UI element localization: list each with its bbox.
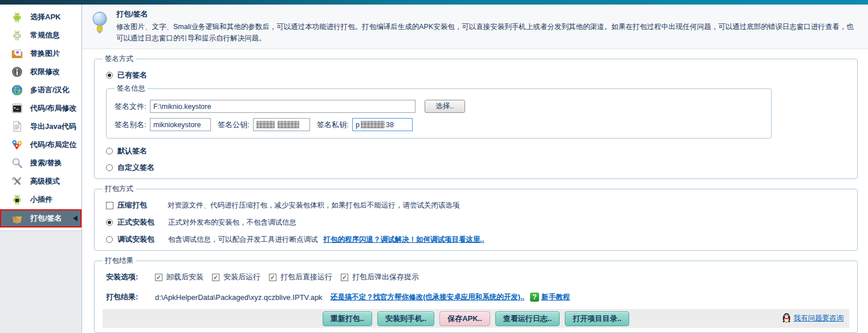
info-circle-icon — [10, 65, 24, 79]
radio-icon[interactable] — [106, 236, 113, 243]
checkbox-icon[interactable] — [341, 274, 348, 281]
public-key-label: 签名公钥: — [218, 120, 253, 130]
sidebar-item-advanced-mode[interactable]: 高级模式 — [0, 172, 81, 190]
map-pins-icon — [10, 138, 24, 152]
sidebar-item-replace-images[interactable]: 替换图片 — [0, 44, 81, 63]
package-box-icon — [10, 212, 24, 225]
sidebar-item-general-info[interactable]: 常规信息 — [0, 26, 81, 44]
radio-label: 默认签名 — [117, 146, 147, 156]
compress-label: 压缩打包 — [117, 200, 168, 210]
radio-existing-signature[interactable]: 已有签名 — [106, 70, 849, 80]
choose-file-button[interactable]: 选择.. — [425, 100, 465, 113]
choose-file-label: 选择.. — [436, 101, 454, 111]
option-uninstall-first[interactable]: 卸载后安装 — [155, 272, 203, 282]
sidebar-item-label: 导出Java代码 — [30, 121, 76, 132]
radio-custom-signature[interactable]: 自定义签名 — [106, 163, 849, 173]
sidebar-item-languages[interactable]: 多语言/汉化 — [0, 81, 81, 99]
radio-default-signature[interactable]: 默认签名 — [106, 146, 849, 156]
sidebar-item-code-layout-edit[interactable]: 代码/布局修改 — [0, 99, 81, 117]
android-info-icon — [10, 29, 24, 42]
action-button-bar: 重新打包.. 安装到手机.. 保存APK.. 查看运行日志.. 打开项目目录.. — [103, 309, 849, 328]
compress-desc: 对资源文件、代码进行压缩打包，减少安装包体积，如果打包后不能运行，请尝试关闭该选… — [168, 201, 460, 210]
main-panel: 打包/签名 修改图片、文字、Smali业务逻辑和其他的参数后，可以通过本功能进行… — [82, 5, 868, 333]
repackage-button[interactable]: 重新打包.. — [323, 311, 372, 326]
public-key-input[interactable] — [253, 118, 310, 131]
censored-value — [278, 121, 299, 128]
sidebar-item-label: 小插件 — [30, 194, 52, 205]
sidebar-item-search-replace[interactable]: 搜索/替换 — [0, 154, 81, 172]
checkbox-icon[interactable] — [106, 202, 113, 209]
radio-label: 自定义签名 — [117, 163, 154, 173]
sign-file-label: 签名文件: — [115, 101, 150, 112]
image-folder-icon — [10, 47, 24, 60]
sign-file-input[interactable]: F:\miknio.keystore — [150, 100, 415, 113]
release-option-row[interactable]: 正式安装包 正式对外发布的安装包，不包含调试信息 — [106, 217, 849, 228]
censored-value — [361, 121, 385, 128]
sidebar-item-export-java[interactable]: 导出Java代码 — [0, 117, 81, 136]
beginner-tutorial-link[interactable]: 新手教程 — [541, 293, 570, 302]
page-title: 打包/签名 — [116, 9, 859, 19]
private-key-label: 签名私钥: — [317, 120, 352, 130]
option-run-after-package[interactable]: 打包后直接运行 — [269, 272, 332, 282]
official-help-link[interactable]: 还是搞不定？找官方帮你修改(也承接安卓应用和系统的开发).. — [331, 293, 524, 302]
install-to-phone-button[interactable]: 安装到手机.. — [377, 311, 434, 326]
private-key-input[interactable]: p 38 — [352, 118, 413, 131]
android-plugin-icon — [10, 193, 24, 206]
radio-label: 已有签名 — [117, 70, 147, 80]
option-label: 打包后弹出保存提示 — [352, 272, 419, 282]
radio-icon[interactable] — [106, 164, 113, 171]
save-apk-button[interactable]: 保存APK.. — [439, 311, 490, 326]
open-project-dir-button[interactable]: 打开项目目录.. — [565, 311, 629, 326]
magnifier-icon — [10, 156, 24, 170]
view-run-log-button[interactable]: 查看运行日志.. — [495, 311, 560, 326]
button-label: 安装到手机.. — [385, 314, 426, 324]
sidebar-item-package-sign[interactable]: 打包/签名 — [0, 209, 81, 228]
sidebar-item-permissions[interactable]: 权限修改 — [0, 63, 81, 81]
radio-icon[interactable] — [106, 148, 113, 155]
ask-question-link[interactable]: 我有问题要咨询 — [794, 314, 844, 323]
radio-icon[interactable] — [106, 219, 113, 226]
terminal-icon — [10, 101, 24, 115]
sign-alias-input[interactable]: mikniokeystore — [150, 118, 211, 131]
checkbox-icon[interactable] — [212, 274, 219, 281]
tools-icon — [10, 174, 24, 188]
sidebar-item-plugins[interactable]: 小插件 — [0, 190, 81, 209]
release-label: 正式安装包 — [117, 217, 168, 228]
sidebar-item-label: 高级模式 — [30, 176, 60, 186]
censored-value — [256, 121, 275, 128]
sidebar-item-select-apk[interactable]: 选择APK — [0, 8, 81, 26]
button-label: 重新打包.. — [331, 314, 364, 324]
sign-method-legend: 签名方式 — [103, 54, 136, 64]
package-result-legend: 打包结果 — [103, 256, 136, 266]
debug-help-link[interactable]: 打包的程序闪退？调试解决！如何调试项目看这里.. — [324, 235, 484, 245]
option-label: 打包后直接运行 — [280, 272, 332, 282]
sign-file-value: F:\miknio.keystore — [153, 103, 211, 111]
sign-info-legend: 签名信息 — [115, 84, 148, 94]
compress-option-row[interactable]: 压缩打包 对资源文件、代码进行压缩打包，减少安装包体积，如果打包后不能运行，请尝… — [106, 200, 849, 210]
sidebar-item-label: 打包/签名 — [30, 213, 62, 224]
sign-alias-value: mikniokeystore — [153, 121, 201, 129]
install-options-row: 安装选项: 卸载后安装 安装后运行 打包后直接运行 打包后弹出保存提示 — [106, 272, 849, 282]
sidebar-item-label: 替换图片 — [30, 48, 60, 59]
install-options-label: 安装选项: — [106, 272, 155, 282]
sidebar-item-code-layout-locate[interactable]: 代码/布局定位 — [0, 136, 81, 154]
option-save-prompt[interactable]: 打包后弹出保存提示 — [341, 272, 419, 282]
header-text: 打包/签名 修改图片、文字、Smali业务逻辑和其他的参数后，可以通过本功能进行… — [116, 7, 859, 44]
debug-desc: 包含调试信息，可以配合开发工具进行断点调试 — [168, 235, 318, 245]
release-desc: 正式对外发布的安装包，不包含调试信息 — [168, 218, 296, 228]
result-path: d:\ApkHelperData\Packaged\xyz.qczblive.I… — [155, 293, 323, 302]
debug-label: 调试安装包 — [117, 234, 168, 245]
sign-file-row: 签名文件: F:\miknio.keystore 选择.. — [115, 100, 763, 113]
option-run-after-install[interactable]: 安装后运行 — [212, 272, 260, 282]
checkbox-icon[interactable] — [155, 274, 162, 281]
sidebar-item-label: 搜索/替换 — [30, 158, 62, 168]
sidebar-item-label: 代码/布局修改 — [30, 103, 77, 113]
globe-icon — [10, 83, 24, 97]
package-method-legend: 打包方式 — [103, 184, 136, 194]
sign-alias-label: 签名别名: — [115, 120, 150, 130]
debug-option-row[interactable]: 调试安装包 包含调试信息，可以配合开发工具进行断点调试 打包的程序闪退？调试解决… — [106, 234, 849, 245]
radio-icon[interactable] — [106, 72, 113, 79]
sidebar-empty-area — [0, 230, 81, 333]
checkbox-icon[interactable] — [269, 274, 276, 281]
package-method-group: 打包方式 压缩打包 对资源文件、代码进行压缩打包，减少安装包体积，如果打包后不能… — [94, 184, 858, 251]
